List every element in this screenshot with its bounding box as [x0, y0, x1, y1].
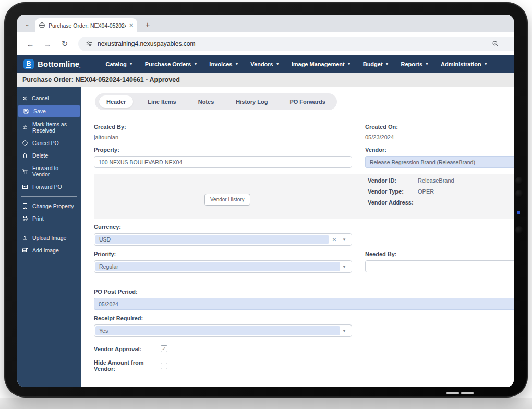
tab-header[interactable]: Header: [99, 95, 133, 108]
sidebar-item-add-image[interactable]: Add Image: [17, 244, 81, 257]
chevron-down-icon: ⌄: [25, 21, 29, 28]
image-plus-icon: [22, 247, 28, 254]
chevron-down-icon: ▼: [385, 62, 389, 66]
sidebar-item-print[interactable]: Print: [17, 212, 81, 225]
hide-amount-checkbox[interactable]: [161, 363, 167, 369]
nav-invoices[interactable]: Invoices▼: [209, 61, 238, 67]
po-post-period-field[interactable]: 05/2024: [94, 298, 514, 310]
nav-image-management[interactable]: Image Management▼: [292, 61, 351, 67]
address-bar[interactable]: nexustraining4.nexuspayables.com: [78, 37, 514, 51]
reload-icon: ↻: [62, 39, 68, 49]
tab-line-items[interactable]: Line Items: [140, 95, 183, 108]
envelope-icon: [22, 184, 28, 190]
vendor-label: Vendor:: [365, 147, 514, 153]
vendor-address-label: Vendor Address:: [368, 199, 418, 206]
sidebar-item-delete[interactable]: Delete: [17, 149, 81, 162]
chevron-down-icon[interactable]: ▼: [340, 329, 350, 333]
needed-by-field[interactable]: [365, 260, 514, 272]
nav-reports[interactable]: Reports▼: [401, 61, 429, 67]
sidebar-item-save[interactable]: Save: [18, 105, 80, 117]
zoom-out-icon[interactable]: [492, 40, 499, 47]
tab-notes[interactable]: Notes: [191, 95, 222, 108]
back-arrow-icon: ←: [27, 40, 34, 49]
vendor-field[interactable]: Release Regression Brand (ReleaseBrand): [365, 156, 514, 168]
browser-toolbar: ← → ↻ nexustraining4.nexuspayables.com: [17, 32, 514, 55]
brand-trademark: .: [79, 65, 80, 68]
created-on-label: Created On:: [365, 124, 514, 130]
tablet-frame: ⌄ Purchase Order: NEX04-052024 ✕ + ← →: [4, 2, 528, 398]
tab-close-icon[interactable]: ✕: [129, 22, 134, 28]
tab-history-log[interactable]: History Log: [228, 95, 275, 108]
vendor-id-value: ReleaseBrand: [418, 177, 454, 184]
currency-label: Currency:: [94, 224, 514, 230]
sidebar-item-label: Change Property: [32, 203, 74, 209]
nav-catalog[interactable]: Catalog▼: [105, 61, 132, 67]
main-nav: Catalog▼ Purchase Orders▼ Invoices▼ Vend…: [105, 61, 487, 67]
desk-surface: [0, 398, 532, 409]
building-icon: [22, 203, 28, 209]
tab-po-forwards[interactable]: PO Forwards: [282, 95, 332, 108]
tab-title: Purchase Order: NEX04-052024: [49, 22, 126, 29]
save-icon: [23, 108, 29, 114]
tablet-foot: [461, 392, 474, 394]
nav-administration[interactable]: Administration▼: [441, 61, 488, 67]
sidebar-divider: [21, 228, 77, 228]
sidebar-item-forward-to-vendor[interactable]: Forward to Vendor: [17, 162, 81, 181]
vendor-history-button[interactable]: Vendor History: [204, 194, 250, 206]
detail-tabs: Header Line Items Notes History Log PO F…: [95, 93, 337, 110]
sidebar-divider: [21, 196, 77, 197]
sidebar-item-mark-items-received[interactable]: Mark Items as Received: [17, 118, 81, 137]
receipt-required-label: Receipt Required:: [94, 315, 514, 321]
nav-purchase-orders[interactable]: Purchase Orders▼: [145, 61, 198, 67]
created-by-label: Created By:: [94, 124, 352, 130]
new-tab-button[interactable]: +: [141, 18, 154, 30]
browser-tab[interactable]: Purchase Order: NEX04-052024 ✕: [35, 18, 137, 32]
chevron-down-icon[interactable]: ▼: [340, 264, 350, 269]
chevron-down-icon: ▼: [484, 62, 488, 66]
sidebar-item-cancel[interactable]: Cancel: [17, 92, 81, 104]
receipt-required-select[interactable]: Yes ▼: [94, 324, 352, 337]
chevron-down-icon: ▼: [129, 62, 133, 66]
browser-window: ⌄ Purchase Order: NEX04-052024 ✕ + ← →: [17, 15, 514, 387]
created-by-value: jaltounian: [94, 134, 352, 140]
priority-select[interactable]: Regular ▼: [94, 260, 352, 273]
sidebar-item-cancel-po[interactable]: Cancel PO: [17, 137, 81, 149]
reload-button[interactable]: ↻: [58, 37, 71, 51]
sidebar-item-label: Cancel PO: [32, 140, 59, 146]
vendor-approval-label: Vendor Approval:: [94, 346, 161, 352]
browser-tab-strip: ⌄ Purchase Order: NEX04-052024 ✕ +: [17, 15, 514, 32]
sidebar-item-forward-po[interactable]: Forward PO: [17, 181, 81, 193]
app-header: B Bottomline. Catalog▼ Purchase Orders▼ …: [17, 55, 514, 73]
vendor-id-label: Vendor ID:: [368, 177, 418, 184]
chevron-down-icon[interactable]: ▼: [340, 237, 350, 242]
block-icon: [22, 140, 28, 146]
site-settings-icon[interactable]: [86, 40, 93, 47]
sidebar-item-label: Cancel: [32, 95, 49, 101]
back-button[interactable]: ←: [23, 37, 37, 51]
globe-favicon-icon: [39, 22, 45, 29]
currency-select[interactable]: USD ✕ ▼: [94, 233, 352, 246]
created-on-value: 05/23/2024: [365, 134, 514, 140]
bezel-camera-icon: [515, 177, 523, 185]
po-header-form: Header Line Items Notes History Log PO F…: [81, 87, 514, 387]
nav-vendors[interactable]: Vendors▼: [250, 61, 279, 67]
forward-button[interactable]: →: [41, 37, 54, 51]
bezel-led-icon: [517, 211, 520, 214]
vendor-approval-checkbox[interactable]: ✓: [161, 345, 167, 352]
sidebar-item-label: Forward PO: [32, 184, 62, 190]
property-field[interactable]: 100 NEXUS BOULEVARD-NEX04: [94, 156, 352, 168]
sidebar-item-label: Save: [33, 108, 46, 114]
url-text[interactable]: nexustraining4.nexuspayables.com: [98, 40, 487, 47]
sidebar-item-label: Mark Items as Received: [32, 121, 76, 134]
forward-arrow-icon: →: [44, 40, 52, 49]
sidebar-item-label: Print: [32, 215, 44, 222]
tab-search-button[interactable]: ⌄: [21, 18, 33, 30]
nav-budget[interactable]: Budget▼: [363, 61, 389, 67]
sidebar-item-label: Add Image: [32, 247, 59, 254]
sidebar-item-change-property[interactable]: Change Property: [17, 200, 81, 212]
brand-name: Bottomline.: [38, 59, 80, 68]
clear-icon[interactable]: ✕: [329, 237, 340, 243]
bottomline-logo-icon[interactable]: B: [23, 59, 34, 69]
cart-icon: [22, 168, 28, 174]
sidebar-item-upload-image[interactable]: Upload Image: [17, 232, 81, 244]
